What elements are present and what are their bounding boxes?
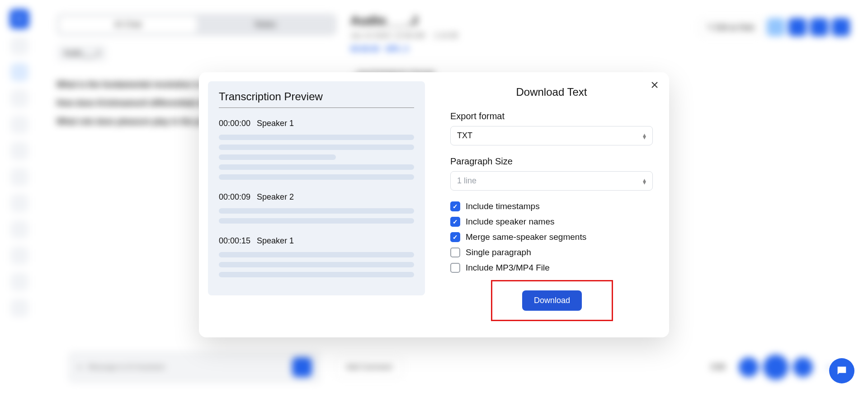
sidebar-icon-2 bbox=[10, 63, 28, 81]
sidebar-icon-10 bbox=[10, 273, 28, 291]
sidebar: U bbox=[0, 0, 38, 397]
preview-placeholder-line bbox=[219, 145, 414, 150]
checkbox[interactable] bbox=[450, 248, 460, 257]
checkbox[interactable] bbox=[450, 201, 460, 211]
transcription-preview-pane: Transcription Preview 00:00:00 Speaker 1… bbox=[199, 72, 434, 337]
download-highlight-box: Download bbox=[491, 280, 613, 321]
sidebar-icon-4 bbox=[10, 116, 28, 134]
close-button[interactable] bbox=[649, 79, 660, 90]
download-text-modal: Transcription Preview 00:00:00 Speaker 1… bbox=[199, 72, 669, 337]
tab-notes: Notes bbox=[197, 16, 334, 33]
sidebar-icon-1 bbox=[10, 37, 28, 55]
chat-tabs: AI Chat Notes bbox=[57, 14, 337, 36]
export-format-label: Export format bbox=[450, 111, 653, 121]
option-label: Include MP3/MP4 File bbox=[466, 263, 550, 273]
option-label: Include speaker names bbox=[466, 217, 554, 227]
file-chip: Audio___.J bbox=[57, 45, 107, 62]
option-label: Include timestamps bbox=[466, 201, 540, 211]
sidebar-icon-6 bbox=[10, 168, 28, 186]
sidebar-icon-11 bbox=[10, 299, 28, 317]
chat-icon bbox=[835, 364, 848, 377]
preview-placeholder-line bbox=[219, 154, 336, 160]
sidebar-icon-9 bbox=[10, 247, 28, 265]
segment-timestamp: 00:00:09 bbox=[219, 192, 250, 202]
speaker-tag: 00:00:00 SPK_0 bbox=[350, 45, 850, 53]
chevron-updown-icon: ▴▾ bbox=[643, 133, 646, 139]
preview-placeholder-line bbox=[219, 262, 414, 267]
preview-placeholder-line bbox=[219, 218, 414, 224]
sidebar-icon-5 bbox=[10, 142, 28, 160]
preview-placeholder-line bbox=[219, 208, 414, 214]
header-actions: ✎ Edit as Note bbox=[698, 18, 850, 36]
segment-timestamp: 00:00:15 bbox=[219, 236, 250, 246]
app-logo: U bbox=[9, 9, 29, 29]
preview-placeholder-line bbox=[219, 252, 414, 257]
close-icon bbox=[651, 81, 658, 89]
sidebar-icon-8 bbox=[10, 220, 28, 238]
preview-placeholder-line bbox=[219, 174, 414, 180]
option-label: Merge same-speaker segments bbox=[466, 232, 586, 242]
checkbox[interactable] bbox=[450, 232, 460, 242]
tab-ai-chat: AI Chat bbox=[59, 16, 197, 33]
player-prev bbox=[739, 357, 759, 377]
segment-timestamp: 00:00:00 bbox=[219, 119, 250, 128]
export-format-select[interactable]: TXT ▴▾ bbox=[450, 126, 653, 145]
bottom-bar: ✦ Message to AI Assistant Add Comment 0:… bbox=[68, 351, 841, 383]
option-include-timestamps[interactable]: Include timestamps bbox=[450, 201, 653, 211]
preview-placeholder-line bbox=[219, 272, 414, 277]
download-options-pane: Download Text Export format TXT ▴▾ Parag… bbox=[434, 72, 669, 337]
header-action-3 bbox=[810, 18, 828, 36]
preview-title: Transcription Preview bbox=[219, 90, 414, 108]
add-comment-button: Add Comment bbox=[335, 356, 403, 378]
player-play bbox=[763, 355, 788, 380]
send-button bbox=[292, 357, 312, 377]
segment-speaker: Speaker 1 bbox=[257, 119, 294, 128]
player-controls bbox=[739, 355, 813, 380]
preview-segment: 00:00:00 Speaker 1 bbox=[219, 119, 414, 180]
option-single-paragraph[interactable]: Single paragraph bbox=[450, 248, 653, 257]
modal-heading: Download Text bbox=[450, 86, 653, 98]
paragraph-size-label: Paragraph Size bbox=[450, 156, 653, 167]
option-include-media-file[interactable]: Include MP3/MP4 File bbox=[450, 263, 653, 273]
segment-speaker: Speaker 2 bbox=[257, 192, 294, 202]
sidebar-icon-3 bbox=[10, 89, 28, 107]
chat-fab[interactable] bbox=[829, 358, 854, 383]
preview-segment: 00:00:09 Speaker 2 bbox=[219, 192, 414, 224]
message-input: ✦ Message to AI Assistant bbox=[68, 351, 321, 383]
preview-placeholder-line bbox=[219, 135, 414, 140]
preview-segment: 00:00:15 Speaker 1 bbox=[219, 236, 414, 277]
export-format-value: TXT bbox=[457, 131, 472, 140]
player-time: 0:00 bbox=[711, 363, 725, 371]
header-action-4 bbox=[832, 18, 850, 36]
sidebar-icon-7 bbox=[10, 194, 28, 212]
preview-placeholder-line bbox=[219, 164, 414, 170]
header-action-1 bbox=[767, 18, 785, 36]
checkbox[interactable] bbox=[450, 263, 460, 273]
player-next bbox=[793, 357, 813, 377]
option-merge-same-speaker[interactable]: Merge same-speaker segments bbox=[450, 232, 653, 242]
segment-speaker: Speaker 1 bbox=[257, 236, 294, 246]
option-include-speaker-names[interactable]: Include speaker names bbox=[450, 217, 653, 227]
paragraph-size-select[interactable]: 1 line ▴▾ bbox=[450, 171, 653, 191]
checkbox[interactable] bbox=[450, 217, 460, 227]
download-button[interactable]: Download bbox=[522, 290, 582, 311]
header-action-2 bbox=[788, 18, 807, 36]
edit-as-note-button: ✎ Edit as Note bbox=[698, 19, 763, 36]
option-label: Single paragraph bbox=[466, 248, 531, 257]
paragraph-size-value: 1 line bbox=[457, 176, 476, 186]
chevron-updown-icon: ▴▾ bbox=[643, 178, 646, 184]
